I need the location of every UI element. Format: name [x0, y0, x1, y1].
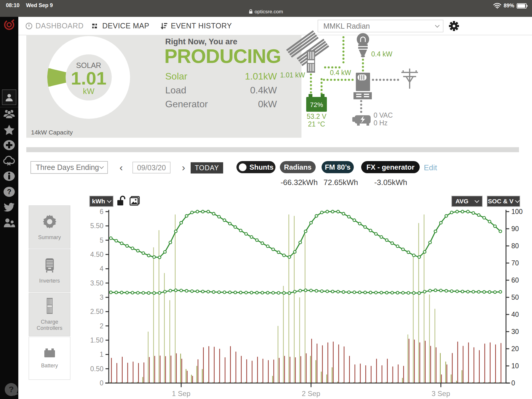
row-label: Generator — [165, 99, 208, 110]
donut-value: 1.01 — [71, 68, 107, 88]
star-icon — [4, 124, 15, 135]
range-selector[interactable]: Three Days Ending — [30, 161, 108, 174]
svg-text:4: 4 — [100, 265, 103, 273]
users-group-icon — [3, 109, 15, 119]
system-diagram: 72% 1.01 kW 0.4 kW 0.4 kW 53.2 V 21 °C 0… — [275, 28, 464, 143]
generator-icon — [352, 115, 371, 126]
generator-hz-label: 0 Hz — [374, 119, 387, 127]
brand-logo[interactable] — [3, 19, 15, 31]
radians-pill[interactable]: Radians — [280, 161, 316, 173]
svg-text:80: 80 — [511, 242, 519, 250]
fm80-pill[interactable]: FM 80’s — [322, 161, 354, 173]
svg-text:5: 5 — [100, 236, 103, 244]
summary-panel: SOLAR 1.01 kW Right Now, You are PRODUCI… — [26, 35, 301, 138]
sidebar-divider — [0, 107, 18, 107]
svg-text:1: 1 — [100, 351, 103, 358]
row-value: 0.4kW — [250, 85, 277, 96]
ios-status-bar: 08:10 Wed Sep 9 opticsre.com 89% — [0, 0, 532, 17]
svg-text:1 Sep: 1 Sep — [172, 390, 191, 398]
status-date: Wed Sep 9 — [26, 2, 53, 9]
cloud-offline-icon — [3, 156, 15, 166]
next-day-button[interactable]: › — [179, 161, 188, 174]
horizontal-scrollbar[interactable] — [26, 147, 519, 152]
sidebar-item-cloud[interactable] — [0, 156, 18, 166]
svg-text:70: 70 — [511, 259, 519, 267]
svg-text:100: 100 — [511, 208, 523, 215]
today-button[interactable]: TODAY — [191, 162, 223, 173]
battery-history-chart[interactable]: 00.5011.5022.5033.5044.5055.506010203040… — [0, 189, 532, 399]
battery-icon — [517, 3, 527, 9]
row-value: 1.01kW — [245, 71, 277, 82]
status-indicators: 89% — [493, 3, 527, 9]
svg-text:0.50: 0.50 — [90, 365, 103, 373]
chevron-down-icon — [99, 164, 104, 169]
svg-text:40: 40 — [511, 311, 519, 318]
svg-text:0: 0 — [100, 379, 103, 387]
url-bar[interactable]: opticsre.com — [0, 9, 532, 15]
battery-percent: 89% — [504, 3, 514, 9]
row-label: Load — [165, 85, 186, 96]
chevron-down-icon — [435, 23, 440, 27]
lock-icon — [249, 9, 253, 14]
generator-vac-label: 0 VAC — [374, 111, 393, 119]
sidebar-item-add[interactable] — [0, 140, 18, 150]
toggle-knob-icon — [239, 163, 246, 171]
date-input[interactable]: 09/03/20 — [132, 162, 171, 173]
wifi-icon — [493, 3, 501, 9]
row-value: 0kW — [258, 99, 277, 110]
fx-generator-pill[interactable]: FX - generator — [361, 161, 420, 173]
sidebar-item-favorites[interactable] — [0, 124, 18, 135]
battery-soc-icon: 72% — [306, 94, 327, 112]
sidebar-item-info[interactable] — [0, 171, 18, 181]
tab-event-history[interactable]: EVENT HISTORY — [160, 17, 232, 35]
row-label: Solar — [165, 71, 187, 82]
capacity-label: 14kW Capacity — [31, 129, 73, 136]
add-circle-icon — [3, 140, 15, 150]
svg-text:60: 60 — [511, 276, 519, 284]
edit-link[interactable]: Edit — [424, 163, 437, 172]
svg-text:3 Sep: 3 Sep — [432, 390, 450, 398]
svg-text:6: 6 — [100, 208, 103, 215]
gauge-icon — [25, 22, 33, 30]
info-icon — [3, 171, 15, 181]
svg-text:2.50: 2.50 — [90, 308, 103, 315]
svg-text:90: 90 — [511, 225, 519, 233]
svg-text:2 Sep: 2 Sep — [302, 390, 320, 398]
light-bulb-icon — [357, 33, 369, 57]
pv-power-label: 1.01 kW — [280, 71, 305, 79]
charge-controller-icon — [307, 50, 315, 73]
summary-row-generator: Generator 0kW — [165, 99, 277, 110]
grid-pole-icon — [401, 69, 418, 89]
svg-text:0: 0 — [511, 379, 515, 387]
sort-history-icon — [160, 22, 168, 30]
svg-text:3.50: 3.50 — [90, 279, 103, 287]
svg-text:1.50: 1.50 — [90, 336, 103, 344]
svg-text:50: 50 — [511, 293, 519, 301]
svg-text:4.50: 4.50 — [90, 251, 103, 258]
user-icon — [4, 93, 14, 102]
prev-day-button[interactable]: ‹ — [117, 161, 126, 174]
battery-voltage-label: 53.2 V — [307, 113, 327, 120]
inverter-icon — [353, 73, 372, 99]
radians-kwh-value: -66.32kWh — [280, 178, 318, 187]
tab-device-map[interactable]: DEVICE MAP — [92, 17, 149, 35]
sidebar-item-profile[interactable] — [2, 90, 16, 105]
clock: 08:10 — [6, 2, 20, 9]
svg-text:10: 10 — [511, 362, 519, 370]
rightnow-heading: PRODUCING — [164, 45, 281, 67]
svg-text:20: 20 — [511, 345, 519, 353]
solar-donut-chart: SOLAR 1.01 kW — [43, 35, 134, 138]
battery-soc-value: 72% — [310, 101, 323, 108]
sidebar-item-groups[interactable] — [0, 109, 18, 119]
fm80-kwh-value: 72.65kWh — [323, 178, 358, 187]
shunts-toggle[interactable]: Shunts — [236, 161, 275, 173]
svg-text:5.50: 5.50 — [90, 222, 103, 230]
device-map-icon — [92, 22, 99, 30]
battery-temp-label: 21 °C — [308, 120, 325, 128]
summary-row-solar: Solar 1.01kW — [165, 71, 277, 82]
svg-text:30: 30 — [511, 328, 519, 335]
fx-kwh-value: -3.05kWh — [374, 178, 407, 187]
svg-text:3: 3 — [100, 293, 103, 301]
support-chat-bubble[interactable]: ? — [5, 383, 18, 396]
tab-dashboard[interactable]: DASHBOARD — [25, 17, 84, 35]
